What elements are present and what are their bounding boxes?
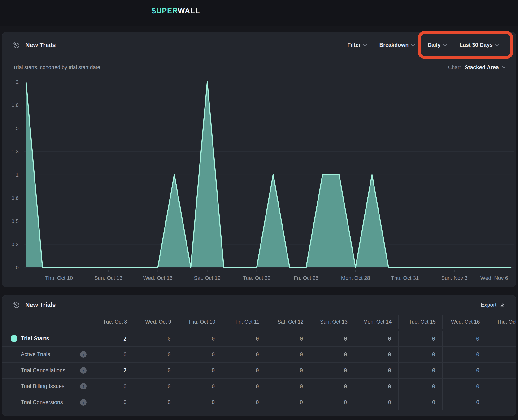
table-cell-value: 0 (178, 362, 222, 378)
column-header: Tue, Oct 15 (399, 315, 443, 329)
table-cell-value: 2 (90, 331, 134, 346)
table-cell-value: 0 (354, 347, 399, 362)
stopwatch-icon (13, 42, 20, 49)
table-cell-value: 0 (311, 362, 355, 378)
column-header: Sat, Oct 12 (266, 315, 311, 329)
row-label: Trial Billing Issues (21, 383, 64, 390)
table-cell-value: 0 (178, 347, 222, 362)
table-cell-value: 0 (178, 331, 222, 346)
chart-subtitle: Trial starts, cohorted by trial start da… (13, 64, 100, 70)
chevron-down-icon (411, 42, 415, 46)
x-axis-tick-label: Thu, Oct 10 (45, 275, 73, 281)
breakdown-button[interactable]: Breakdown (373, 32, 421, 58)
table-cell-value: 0 (266, 362, 311, 378)
export-label: Export (481, 302, 496, 308)
table-cell-value: 0 (354, 394, 399, 410)
row-label: Trial Conversions (21, 399, 63, 405)
y-axis-tick-label: 0.5 (11, 218, 19, 224)
table-cell-value (487, 362, 516, 378)
x-axis-tick-label: Mon, Oct 28 (341, 275, 370, 281)
table-cell-value: 0 (222, 362, 266, 378)
table-cell-value: 0 (266, 394, 311, 410)
x-axis-tick-label: Wed, Nov 6 (481, 275, 508, 281)
table-cell-value: 0 (311, 347, 355, 362)
chart-type-label: Chart (448, 64, 461, 70)
table-cell-value: 0 (222, 347, 266, 362)
table-cell-value: 0 (311, 379, 355, 394)
table-cell-value: 0 (266, 379, 311, 394)
x-axis-tick-label: Wed, Oct 16 (143, 275, 173, 281)
y-axis-tick-label: 1.5 (11, 125, 19, 131)
chart-toolbar: Filter Breakdown Daily Last 30 Days (341, 32, 505, 58)
table-cell-value: 0 (399, 394, 443, 410)
info-icon[interactable]: i (80, 367, 87, 374)
table-cell-value: 0 (178, 394, 222, 410)
column-header: Mon, Oct 14 (354, 315, 399, 329)
chevron-down-icon (443, 42, 447, 46)
new-trials-table-panel: New Trials Export Tue, Oct 8Wed, Oct 9Th… (2, 295, 516, 416)
logo-prefix: $UPER (152, 7, 178, 15)
date-range-label: Last 30 Days (459, 42, 493, 48)
y-axis-tick-label: 1.3 (11, 149, 19, 154)
chart-type-dropdown[interactable]: Chart Stacked Area (448, 64, 505, 71)
trials-table: Tue, Oct 8Wed, Oct 9Thu, Oct 10Fri, Oct … (2, 315, 516, 410)
filter-label: Filter (347, 42, 361, 48)
table-row-label-cell: Trial Conversionsi (2, 394, 90, 410)
table-cell-value: 0 (134, 394, 178, 410)
table-cell-value (487, 394, 516, 410)
info-icon[interactable]: i (80, 399, 87, 405)
table-cell-value: 0 (222, 379, 266, 394)
table-row-label-cell: Trial Cancellationsi (2, 362, 90, 378)
x-axis-tick-label: Sat, Oct 19 (194, 275, 221, 281)
y-axis-tick-label: 1 (16, 172, 19, 178)
table-cell-value: 0 (399, 379, 443, 394)
superwall-logo: $UPERWALL (152, 7, 200, 15)
table-cell-value: 0 (443, 394, 487, 410)
table-cell-value: 0 (443, 331, 487, 346)
table-row-label-cell: Trial Billing Issuesi (2, 379, 90, 394)
filter-button[interactable]: Filter (341, 32, 373, 58)
table-cell-value: 0 (90, 394, 134, 410)
download-icon (499, 302, 505, 308)
table-cell-value: 0 (90, 347, 134, 362)
table-cell-value (487, 347, 516, 362)
y-axis-tick-label: 2 (16, 79, 19, 85)
table-cell-value: 0 (222, 394, 266, 410)
table-cell-value: 0 (222, 331, 266, 346)
table-cell-value: 0 (443, 362, 487, 378)
row-label: Trial Starts (21, 335, 49, 342)
chevron-down-icon (495, 42, 499, 46)
x-axis-tick-label: Sun, Nov 3 (441, 275, 467, 281)
column-header: Wed, Oct 9 (134, 315, 178, 329)
breakdown-label: Breakdown (379, 42, 408, 48)
x-axis-tick-label: Fri, Oct 25 (294, 275, 318, 281)
x-axis-tick-label: Sun, Oct 13 (94, 275, 122, 281)
table-cell-value: 0 (311, 394, 355, 410)
row-label: Active Trials (21, 351, 50, 358)
date-range-dropdown[interactable]: Last 30 Days (453, 32, 505, 58)
chart-subtitle-row: Trial starts, cohorted by trial start da… (2, 60, 516, 75)
table-row-label-cell: Active Trialsi (2, 347, 90, 362)
info-icon[interactable]: i (80, 351, 87, 358)
new-trials-chart-panel: 21.81.51.310.80.50.30Thu, Oct 10Sun, Oct… (2, 32, 516, 287)
table-cell-value (487, 379, 516, 394)
row-label: Trial Cancellations (21, 367, 65, 374)
table-cell-value: 0 (134, 331, 178, 346)
table-cell-value: 0 (354, 362, 399, 378)
granularity-dropdown[interactable]: Daily (421, 32, 453, 58)
logo-suffix: WALL (178, 7, 200, 15)
table-row-label-cell: Trial Starts (2, 331, 90, 346)
export-button[interactable]: Export (481, 302, 505, 308)
table-cell-value: 0 (266, 347, 311, 362)
y-axis-tick-label: 1.8 (11, 102, 19, 108)
table-corner-cell (2, 315, 90, 329)
table-cell-value: 0 (178, 379, 222, 394)
table-cell-value: 0 (399, 362, 443, 378)
info-icon[interactable]: i (80, 383, 87, 390)
table-cell-value: 0 (311, 331, 355, 346)
chart-panel-title: New Trials (25, 41, 56, 49)
table-cell-value: 0 (443, 347, 487, 362)
table-cell-value: 0 (399, 347, 443, 362)
table-cell-value: 2 (90, 362, 134, 378)
table-cell-value: 0 (354, 379, 399, 394)
